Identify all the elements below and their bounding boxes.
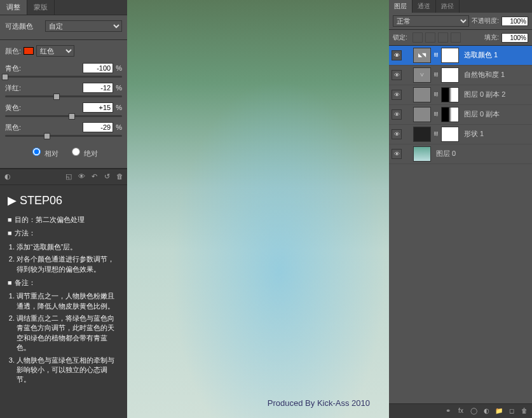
layer-row[interactable]: 👁 图层 0 bbox=[389, 144, 532, 164]
layer-row[interactable]: 👁 ⛓ 形状 1 bbox=[389, 125, 532, 144]
layer-mask bbox=[441, 107, 459, 122]
clip-icon[interactable]: ◱ bbox=[64, 172, 74, 182]
layer-thumb bbox=[413, 127, 431, 142]
yellow-track[interactable] bbox=[5, 115, 122, 117]
adjustments-iconbar: ◐ ◱ 👁 ↶ ↺ 🗑 bbox=[0, 169, 127, 185]
link-layers-icon[interactable]: ⚭ bbox=[442, 406, 454, 416]
tab-channels[interactable]: 通道 bbox=[413, 0, 436, 13]
fx-icon[interactable]: fx bbox=[455, 406, 467, 416]
step-title: STEP06 bbox=[8, 193, 119, 209]
adjustments-tabs: 调整 蒙版 bbox=[0, 0, 127, 15]
layers-tabs: 图层 通道 路径 bbox=[389, 0, 532, 13]
layer-mask bbox=[441, 87, 459, 102]
slider-magenta: 洋红:% bbox=[5, 83, 122, 97]
slider-yellow: 黄色:% bbox=[5, 102, 122, 117]
layers-bottom-bar: ⚭ fx ◯ ◐ 📁 ◻ 🗑 bbox=[389, 403, 532, 418]
radio-relative[interactable]: 相对 bbox=[29, 146, 58, 158]
layer-row[interactable]: 👁 ⛓ 图层 0 副本 bbox=[389, 105, 532, 125]
visibility-icon[interactable]: 👁 bbox=[392, 70, 402, 80]
canvas-image: Produced By Kick-Ass 2010 bbox=[127, 0, 389, 418]
target-icon[interactable]: ◐ bbox=[3, 172, 13, 182]
black-track[interactable] bbox=[5, 135, 122, 137]
cyan-input[interactable] bbox=[83, 63, 113, 73]
reset-icon[interactable]: ↺ bbox=[102, 172, 112, 182]
layer-thumb bbox=[413, 107, 431, 122]
layer-row[interactable]: 👁 V ⛓ 自然饱和度 1 bbox=[389, 66, 532, 85]
new-layer-icon[interactable]: ◻ bbox=[506, 406, 517, 416]
visibility-icon[interactable]: 👁 bbox=[392, 90, 402, 100]
tab-masks[interactable]: 蒙版 bbox=[27, 0, 55, 15]
color-swatch bbox=[24, 47, 34, 55]
group-icon[interactable]: 📁 bbox=[493, 406, 505, 416]
visibility-icon[interactable]: 👁 bbox=[392, 50, 402, 60]
trash-icon[interactable]: 🗑 bbox=[114, 172, 125, 182]
visibility-icon[interactable]: 👁 bbox=[392, 109, 402, 120]
tab-layers[interactable]: 图层 bbox=[389, 0, 413, 13]
layer-mask bbox=[441, 48, 459, 63]
eye-icon[interactable]: 👁 bbox=[76, 172, 86, 182]
preset-select[interactable]: 自定 bbox=[45, 20, 122, 32]
slider-black: 黑色:% bbox=[5, 122, 122, 137]
layer-row[interactable]: 👁 ⛓ 图层 0 副本 2 bbox=[389, 85, 532, 105]
lock-icons[interactable] bbox=[413, 32, 461, 43]
tab-paths[interactable]: 路径 bbox=[436, 0, 460, 13]
prev-icon[interactable]: ↶ bbox=[89, 172, 99, 182]
blend-mode-select[interactable]: 正常 bbox=[393, 15, 469, 27]
cyan-track[interactable] bbox=[5, 76, 122, 78]
magenta-input[interactable] bbox=[83, 83, 113, 93]
adjustment-title: 可选颜色 bbox=[5, 22, 43, 31]
layer-row[interactable]: 👁 ◣◥ ⛓ 选取颜色 1 bbox=[389, 46, 532, 66]
layer-mask bbox=[441, 127, 459, 142]
color-label: 颜色: bbox=[5, 46, 21, 56]
delete-layer-icon[interactable]: 🗑 bbox=[519, 406, 530, 416]
fill-input[interactable] bbox=[501, 33, 528, 43]
color-select[interactable]: 红色 bbox=[36, 45, 74, 57]
layer-thumb bbox=[413, 87, 431, 102]
black-input[interactable] bbox=[83, 122, 113, 132]
magenta-track[interactable] bbox=[5, 95, 122, 97]
layer-mask bbox=[441, 67, 459, 83]
radio-absolute[interactable]: 绝对 bbox=[69, 146, 98, 158]
yellow-input[interactable] bbox=[83, 102, 113, 113]
tab-adjustments[interactable]: 调整 bbox=[0, 0, 27, 15]
opacity-input[interactable] bbox=[501, 17, 528, 26]
mask-icon[interactable]: ◯ bbox=[468, 406, 479, 416]
photo-credit: Produced By Kick-Ass 2010 bbox=[268, 398, 370, 409]
step-notes: STEP06 目的：第二次偏色处理 方法： 添加“选取颜色”层。 对各个颜色通道… bbox=[0, 185, 127, 418]
slider-cyan: 青色:% bbox=[5, 63, 122, 78]
layer-thumb: V bbox=[413, 67, 431, 83]
layer-thumb bbox=[413, 146, 431, 162]
layers-list: 👁 ◣◥ ⛓ 选取颜色 1 👁 V ⛓ 自然饱和度 1 👁 ⛓ 图层 0 副本 … bbox=[389, 46, 532, 403]
visibility-icon[interactable]: 👁 bbox=[392, 129, 402, 139]
visibility-icon[interactable]: 👁 bbox=[392, 149, 402, 159]
adjust-layer-icon[interactable]: ◐ bbox=[481, 406, 492, 416]
layer-thumb: ◣◥ bbox=[413, 48, 431, 63]
